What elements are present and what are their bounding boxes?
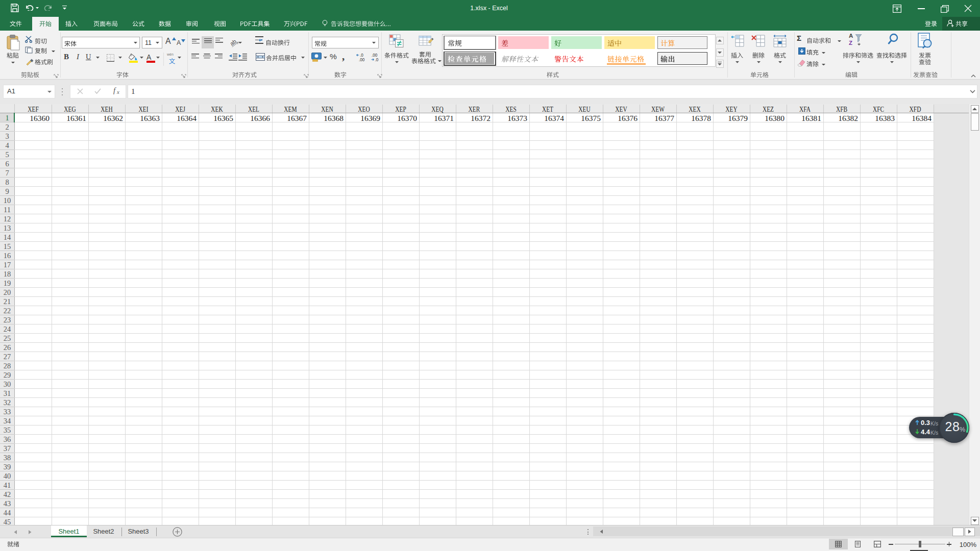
svg-text:.00: .00 bbox=[372, 53, 378, 58]
svg-text:.0: .0 bbox=[375, 58, 379, 62]
svg-text:.00: .00 bbox=[359, 58, 365, 62]
svg-text:ab: ab bbox=[229, 38, 237, 46]
svg-text:.0: .0 bbox=[360, 53, 363, 58]
